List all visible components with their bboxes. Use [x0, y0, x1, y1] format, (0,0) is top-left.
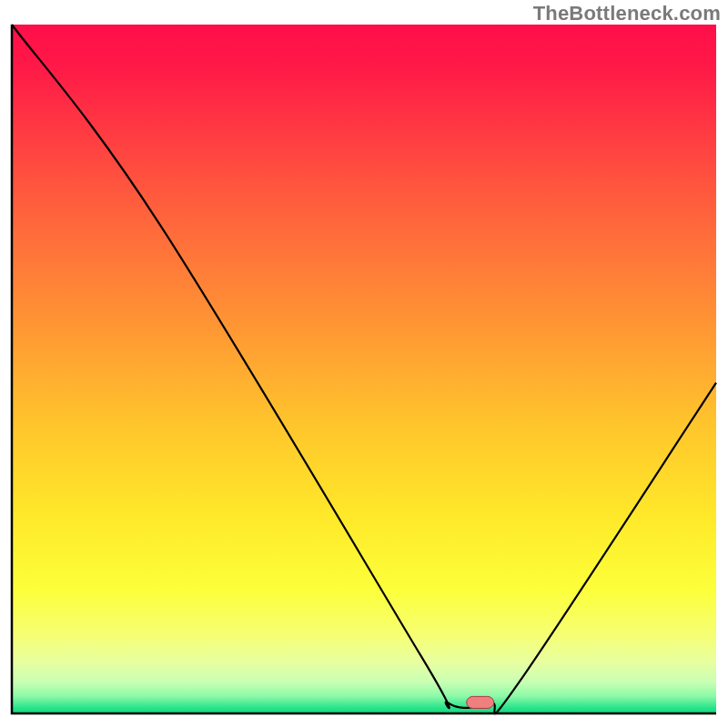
bottleneck-chart [0, 0, 728, 728]
plot-background [12, 25, 716, 713]
optimal-marker [467, 696, 494, 708]
chart-root: TheBottleneck.com [0, 0, 728, 728]
watermark-text: TheBottleneck.com [533, 2, 721, 25]
